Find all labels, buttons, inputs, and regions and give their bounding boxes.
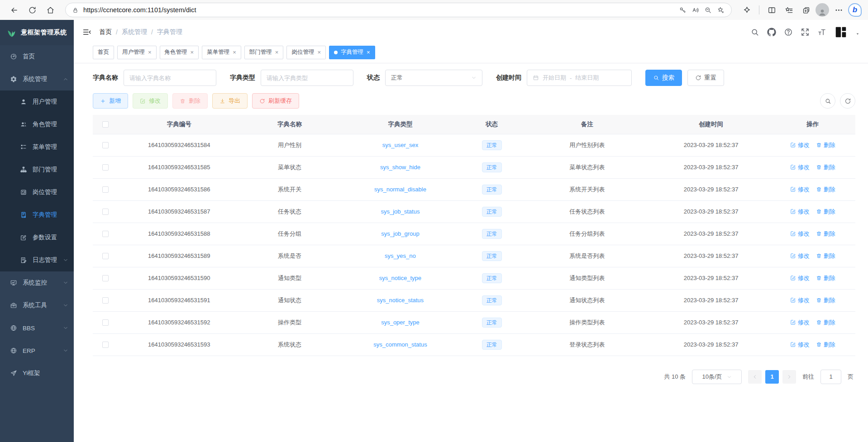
favorites-icon[interactable] xyxy=(781,2,796,18)
row-checkbox[interactable] xyxy=(102,342,109,348)
help-icon[interactable] xyxy=(784,28,793,37)
edit-link[interactable]: 修改 xyxy=(790,274,810,282)
sidebar-item-home[interactable]: 首页 xyxy=(0,45,74,68)
row-checkbox[interactable] xyxy=(102,253,109,259)
goto-page-input[interactable] xyxy=(820,370,841,384)
tag-tab-2[interactable]: 角色管理 × xyxy=(160,46,199,59)
close-icon[interactable]: × xyxy=(275,49,279,55)
row-checkbox[interactable] xyxy=(102,142,109,148)
sidebar-item-yi[interactable]: Yi框架 xyxy=(0,362,74,385)
row-checkbox[interactable] xyxy=(102,209,109,215)
delete-link[interactable]: 删除 xyxy=(816,208,835,216)
row-checkbox[interactable] xyxy=(102,186,109,193)
sidebar-item-log[interactable]: 日志管理 xyxy=(0,249,74,271)
dict-type-link[interactable]: sys_notice_type xyxy=(379,275,421,281)
edit-link[interactable]: 修改 xyxy=(790,230,810,238)
end-date-placeholder[interactable]: 结束日期 xyxy=(575,74,599,82)
edit-link[interactable]: 修改 xyxy=(790,341,810,349)
reset-button[interactable]: 重置 xyxy=(687,70,724,86)
date-range-picker[interactable]: 开始日期 - 结束日期 xyxy=(527,70,632,86)
start-date-placeholder[interactable]: 开始日期 xyxy=(543,74,566,82)
dict-type-link[interactable]: sys_notice_status xyxy=(377,297,424,304)
delete-link[interactable]: 删除 xyxy=(816,141,835,149)
status-select[interactable]: 正常 xyxy=(385,70,482,86)
home-icon[interactable] xyxy=(43,2,58,18)
prev-page-button[interactable] xyxy=(748,370,762,384)
delete-link[interactable]: 删除 xyxy=(816,185,835,194)
breadcrumb-item[interactable]: 首页 xyxy=(99,28,112,36)
next-page-button[interactable] xyxy=(782,370,796,384)
dict-type-link[interactable]: sys_user_sex xyxy=(382,142,418,148)
row-checkbox[interactable] xyxy=(102,164,109,171)
edit-link[interactable]: 修改 xyxy=(790,208,810,216)
delete-link[interactable]: 删除 xyxy=(816,318,835,327)
toggle-search-icon[interactable] xyxy=(820,93,835,109)
sidebar-item-dept[interactable]: 部门管理 xyxy=(0,158,74,181)
dict-type-link[interactable]: sys_normal_disable xyxy=(374,186,426,193)
row-checkbox[interactable] xyxy=(102,319,109,326)
toolbar-button-2[interactable]: 删除 xyxy=(172,93,208,109)
close-icon[interactable]: × xyxy=(317,49,321,55)
address-bar[interactable]: https://ccnetcore.com:1101/system/dict xyxy=(65,3,732,17)
app-logo[interactable]: 意框架管理系统 xyxy=(0,20,74,45)
select-all-checkbox[interactable] xyxy=(102,121,109,128)
key-icon[interactable] xyxy=(676,4,689,16)
bing-copilot-icon[interactable]: b xyxy=(848,3,862,17)
delete-link[interactable]: 删除 xyxy=(816,296,835,304)
tag-tab-1[interactable]: 用户管理 × xyxy=(117,46,157,59)
dict-type-link[interactable]: sys_show_hide xyxy=(380,164,420,171)
edit-link[interactable]: 修改 xyxy=(790,252,810,260)
font-size-icon[interactable] xyxy=(817,28,826,37)
delete-link[interactable]: 删除 xyxy=(816,341,835,349)
dict-type-link[interactable]: sys_job_group xyxy=(381,230,420,237)
split-screen-icon[interactable] xyxy=(764,2,779,18)
edit-link[interactable]: 修改 xyxy=(790,163,810,171)
collections-icon[interactable] xyxy=(798,2,814,18)
dict-type-link[interactable]: sys_common_status xyxy=(373,341,427,348)
more-icon[interactable] xyxy=(831,2,846,18)
delete-link[interactable]: 删除 xyxy=(816,252,835,260)
dict-type-link[interactable]: sys_oper_type xyxy=(381,319,420,326)
delete-link[interactable]: 删除 xyxy=(816,230,835,238)
refresh-table-icon[interactable] xyxy=(840,93,855,109)
sidebar-item-system[interactable]: 系统管理 xyxy=(0,68,74,90)
dict-type-link[interactable]: sys_job_status xyxy=(381,208,420,215)
browser-essentials-icon[interactable] xyxy=(739,2,754,18)
row-checkbox[interactable] xyxy=(102,275,109,281)
close-icon[interactable]: × xyxy=(148,49,152,55)
close-icon[interactable]: × xyxy=(191,49,194,55)
tag-tab-3[interactable]: 菜单管理 × xyxy=(202,46,241,59)
close-icon[interactable]: × xyxy=(367,49,370,55)
sidebar-item-bbs[interactable]: BBS xyxy=(0,317,74,339)
caret-down-icon[interactable] xyxy=(855,30,860,34)
zoom-out-icon[interactable] xyxy=(701,4,714,16)
sidebar-item-tools[interactable]: 系统工具 xyxy=(0,294,74,317)
sidebar-item-menu[interactable]: 菜单管理 xyxy=(0,136,74,158)
delete-link[interactable]: 删除 xyxy=(816,274,835,282)
dict-type-link[interactable]: sys_yes_no xyxy=(385,252,416,259)
current-page-button[interactable]: 1 xyxy=(765,370,779,384)
row-checkbox[interactable] xyxy=(102,231,109,237)
edit-link[interactable]: 修改 xyxy=(790,318,810,327)
sidebar-item-dict[interactable]: 字典管理 xyxy=(0,204,74,226)
back-icon[interactable] xyxy=(6,2,22,18)
sidebar-item-user[interactable]: 用户管理 xyxy=(0,90,74,113)
fullscreen-icon[interactable] xyxy=(801,28,810,37)
edit-link[interactable]: 修改 xyxy=(790,141,810,149)
close-icon[interactable]: × xyxy=(233,49,236,55)
toolbar-button-3[interactable]: 导出 xyxy=(212,93,248,109)
search-icon[interactable] xyxy=(750,28,759,37)
delete-link[interactable]: 删除 xyxy=(816,163,835,171)
tag-tab-4[interactable]: 部门管理 × xyxy=(244,46,284,59)
page-size-select[interactable]: 10条/页 xyxy=(692,370,742,384)
edit-link[interactable]: 修改 xyxy=(790,185,810,194)
tag-tab-6[interactable]: 字典管理 × xyxy=(329,46,375,59)
search-button[interactable]: 搜索 xyxy=(645,70,682,86)
profile-avatar[interactable] xyxy=(816,3,829,17)
sidebar-item-param[interactable]: 参数设置 xyxy=(0,226,74,249)
toolbar-button-1[interactable]: 修改 xyxy=(133,93,168,109)
dict-name-input[interactable] xyxy=(129,75,210,81)
tag-tab-5[interactable]: 岗位管理 × xyxy=(286,46,326,59)
sidebar-item-monitor[interactable]: 系统监控 xyxy=(0,271,74,294)
url-text[interactable]: https://ccnetcore.com:1101/system/dict xyxy=(83,6,676,14)
